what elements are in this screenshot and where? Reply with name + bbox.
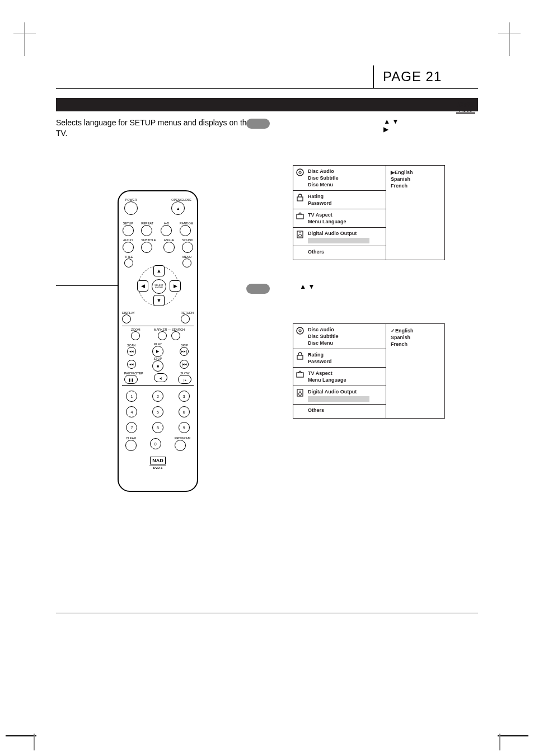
clear-button[interactable] [125,440,137,451]
bottom-rule [56,613,478,613]
angle-button[interactable] [163,242,175,253]
top-rule [56,88,478,89]
ab-button[interactable] [161,225,172,236]
divider [122,385,194,386]
model-label: DVD-1 [119,466,197,469]
brand-logo: NAD [150,457,166,464]
intro-text: Selects language for SETUP menus and dis… [56,118,257,139]
osd-item: Menu Language [308,377,346,383]
dpad-down[interactable]: ▼ [153,295,165,306]
label-zoom: ZOOM [131,328,140,331]
crop-mark [499,734,500,750]
subtitle-button[interactable] [141,242,152,253]
random-button[interactable] [180,225,191,236]
label-scan: SCAN [127,344,136,347]
num-0[interactable]: 0 [150,438,161,449]
label-audio: AUDIO [123,238,134,242]
svg-rect-3 [297,214,303,219]
label-clear: CLEAR [125,436,137,440]
dpad-right[interactable]: ▶ [170,280,181,292]
select-enter-button[interactable]: SELECT ENTER [152,279,166,294]
label-return: RETURN [181,311,194,314]
num-3[interactable]: 3 [179,391,190,402]
osd-lang: French [391,341,440,348]
sound-button[interactable] [182,242,193,253]
scan-back-button[interactable]: ◂◂ [127,347,136,356]
remote-control: POWER OPEN/CLOSE▲ SETUP REPEAT A-B RANDO… [118,190,198,492]
label-skip: SKIP [180,344,189,347]
num-9[interactable]: 9 [179,422,190,433]
label-openclose: OPEN/CLOSE [171,198,191,201]
num-4[interactable]: 4 [126,406,137,417]
osd-item: Disc Subtitle [308,175,339,181]
osd-lang: Spanish [391,176,440,182]
header-bar [56,98,478,111]
pause-button[interactable]: ❚❚ [124,375,138,384]
return-button[interactable] [181,314,190,323]
num-5[interactable]: 5 [152,406,163,417]
num-8[interactable]: 8 [152,422,163,433]
svg-point-13 [299,391,301,392]
step-1: ▲ ▼ ▶ [246,118,526,133]
skip-fwd-button[interactable]: ▸▸| [180,347,189,356]
label-power: POWER [124,198,138,201]
tv-icon [296,370,305,379]
skip-back-button[interactable]: |◂◂ [180,360,189,369]
scan-fwd-button[interactable]: ◂◂ [127,360,136,369]
crop-mark [498,735,528,736]
svg-point-5 [299,234,302,237]
num-2[interactable]: 2 [152,391,163,402]
dpad-up[interactable]: ▲ [153,265,165,276]
step-2-directions: ▲ ▼ [299,283,315,290]
osd-item: Disc Subtitle [308,333,339,340]
num-6[interactable]: 6 [179,406,190,417]
osd-item: Password [308,200,332,206]
stop-button[interactable]: ■ [152,360,163,372]
program-button[interactable] [175,440,186,451]
crop-mark [6,735,36,736]
osd-item: Others [308,248,324,255]
step-number-2 [246,284,270,294]
callout-line [56,285,128,286]
osd-lang: French [391,182,440,189]
slow-fwd-button[interactable]: |▸ [178,375,191,384]
repeat-button[interactable] [141,225,152,236]
marker-button[interactable] [158,331,167,340]
display-button[interactable] [122,314,131,323]
label-display: DISPLAY [122,311,135,314]
disc-icon [296,168,305,177]
divider [122,326,194,326]
play-button[interactable]: ▶ [152,346,163,357]
dpad-left[interactable]: ◀ [137,280,148,292]
label-menu: MENU [182,255,191,259]
osd-item: Disc Audio [308,326,339,333]
speaker-icon [296,388,305,397]
zoom-button[interactable] [131,331,140,340]
step-number-1 [246,119,270,129]
osd-highlight [308,238,369,243]
osd-item: Disc Audio [308,168,339,175]
svg-rect-10 [297,373,303,377]
num-1[interactable]: 1 [126,391,137,402]
osd-item: Disc Menu [308,340,339,346]
svg-point-6 [299,232,301,233]
disc-icon [296,326,305,335]
search-button[interactable] [171,331,180,340]
crop-mark [24,22,44,56]
osd-item: Rating [308,193,332,200]
label-pause: PAUSE/STEP [124,372,143,375]
dvd-logo: DVDVIDEO [456,100,475,114]
step-1-directions: ▲ ▼ ▶ [383,118,399,133]
audio-button[interactable] [123,242,134,253]
setup-button[interactable] [123,225,134,236]
lock-icon [296,351,305,360]
slow-back-button[interactable]: ◂| [154,373,167,382]
osd-item: Digital Audio Output [308,388,369,395]
osd-menu-2: Disc AudioDisc SubtitleDisc Menu RatingP… [293,323,445,419]
power-button[interactable] [124,201,138,215]
num-7[interactable]: 7 [126,422,137,433]
open-close-button[interactable]: ▲ [171,201,185,215]
osd-item: Others [308,407,324,414]
svg-point-12 [299,393,302,396]
tv-icon [296,212,305,220]
